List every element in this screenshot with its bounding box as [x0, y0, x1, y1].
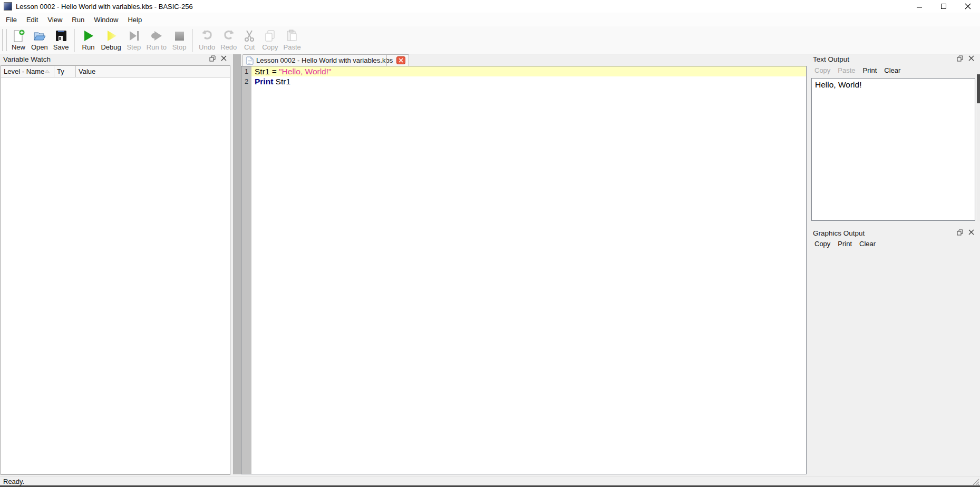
- toolbar-button-cut[interactable]: Cut: [239, 28, 259, 52]
- menu-file[interactable]: File: [1, 14, 22, 26]
- text-output-content[interactable]: Hello, World!: [811, 78, 975, 221]
- text-output-panel: Text Output Copy Paste Print Clear Hello…: [810, 54, 980, 221]
- close-panel-icon: [968, 55, 974, 61]
- float-panel-icon: [957, 55, 963, 62]
- code-editor[interactable]: 1 2 Str1 = "Hello, World!" Print Str1: [241, 66, 807, 474]
- text-output-copy-button[interactable]: Copy: [814, 66, 830, 74]
- window-controls: [907, 0, 980, 13]
- text-output-title: Text Output: [813, 55, 849, 63]
- column-header-level-name[interactable]: Level - Name: [1, 66, 54, 77]
- toolbar-label: Run: [82, 43, 95, 51]
- minimize-button[interactable]: [907, 0, 932, 13]
- text-output-scrollbar[interactable]: [977, 70, 980, 221]
- editor-tab-label: Lesson 0002 - Hello World with variables…: [256, 56, 393, 64]
- toolbar-button-redo[interactable]: Redo: [218, 28, 239, 52]
- resize-grip[interactable]: [971, 477, 979, 485]
- toolbar-drag-handle[interactable]: [2, 29, 7, 51]
- toolbar-button-step[interactable]: Step: [124, 28, 144, 52]
- toolbar-label: Debug: [101, 43, 121, 51]
- graphics-output-controls: [957, 229, 974, 236]
- graphics-output-toolbar: Copy Print Clear: [814, 240, 876, 248]
- toolbar-button-copy[interactable]: Copy: [259, 28, 280, 52]
- code-area[interactable]: Str1 = "Hello, World!" Print Str1: [251, 66, 806, 474]
- close-panel-button[interactable]: [221, 55, 227, 62]
- window-title: Lesson 0002 - Hello World with variables…: [16, 3, 193, 11]
- toolbar-button-run-to[interactable]: Run to: [144, 28, 169, 52]
- toolbar-button-open[interactable]: Open: [28, 28, 51, 52]
- menu-view[interactable]: View: [43, 14, 67, 26]
- toolbar-button-run[interactable]: Run: [78, 28, 98, 52]
- new-file-icon: [11, 28, 26, 43]
- toolbar-label: Run to: [147, 43, 167, 51]
- text-output-print-button[interactable]: Print: [863, 66, 877, 74]
- graphics-output-title: Graphics Output: [813, 229, 865, 237]
- tab-close-button[interactable]: [396, 56, 405, 64]
- status-bar: Ready.: [0, 476, 980, 485]
- graphics-output-clear-button[interactable]: Clear: [859, 240, 876, 248]
- menu-window[interactable]: Window: [89, 14, 123, 26]
- graphics-output-panel: Graphics Output Copy Print Clear: [810, 228, 980, 476]
- code-token: Str1 =: [255, 67, 279, 76]
- vertical-splitter[interactable]: [234, 54, 241, 474]
- toolbar-button-paste[interactable]: Paste: [281, 28, 304, 52]
- close-panel-button[interactable]: [968, 55, 974, 62]
- toolbar-label: Save: [53, 43, 69, 51]
- menu-help[interactable]: Help: [123, 14, 147, 26]
- toolbar-button-debug[interactable]: Debug: [98, 28, 123, 52]
- graphics-output-copy-button[interactable]: Copy: [814, 240, 830, 248]
- menu-edit[interactable]: Edit: [22, 14, 43, 26]
- save-floppy-icon: [54, 28, 69, 43]
- toolbar-label: Redo: [220, 43, 237, 51]
- graphics-output-print-button[interactable]: Print: [838, 240, 852, 248]
- text-output-controls: [957, 55, 974, 62]
- float-panel-button[interactable]: [957, 229, 963, 236]
- close-panel-icon: [968, 229, 974, 235]
- code-token-keyword: Print: [255, 77, 273, 86]
- toolbar-separator: [74, 29, 75, 52]
- tab-bar-divider: [386, 55, 387, 66]
- toolbar-button-save[interactable]: Save: [51, 28, 72, 52]
- text-output-clear-button[interactable]: Clear: [884, 66, 900, 74]
- toolbar-label: Step: [127, 43, 141, 51]
- title-bar: Lesson 0002 - Hello World with variables…: [0, 0, 980, 13]
- toolbar-label: Cut: [244, 43, 255, 51]
- column-header-value[interactable]: Value: [76, 66, 230, 77]
- toolbar-label: Copy: [262, 43, 278, 51]
- menu-bar: File Edit View Run Window Help: [0, 13, 980, 26]
- maximize-icon: [940, 3, 947, 9]
- scrollbar-thumb[interactable]: [977, 74, 980, 103]
- run-icon: [81, 28, 95, 43]
- toolbar-label: Open: [31, 43, 48, 51]
- text-output-paste-button[interactable]: Paste: [838, 66, 855, 74]
- variable-watch-table: Level - Name Ty Value: [1, 65, 230, 475]
- toolbar-button-undo[interactable]: Undo: [196, 28, 218, 52]
- close-panel-button[interactable]: [968, 229, 974, 236]
- open-folder-icon: [32, 28, 47, 43]
- toolbar-button-new[interactable]: New: [8, 28, 28, 52]
- run-to-icon: [149, 28, 164, 43]
- app-icon: [4, 2, 12, 11]
- maximize-button[interactable]: [932, 0, 956, 13]
- close-icon: [965, 3, 971, 9]
- line-number-gutter: 1 2: [241, 66, 251, 474]
- toolbar-button-stop[interactable]: Stop: [169, 28, 189, 52]
- tab-close-icon: [399, 58, 403, 63]
- variable-watch-body[interactable]: [1, 77, 230, 474]
- status-message: Ready.: [3, 478, 24, 485]
- close-button[interactable]: [956, 0, 980, 13]
- variable-watch-panel: Variable Watch Level - Name Ty Value: [0, 54, 234, 476]
- undo-icon: [200, 28, 215, 43]
- float-panel-button[interactable]: [209, 55, 216, 62]
- float-panel-button[interactable]: [957, 55, 963, 62]
- code-line: Str1 = "Hello, World!": [251, 66, 806, 76]
- dock-gap: [807, 54, 810, 476]
- cut-icon: [242, 28, 257, 43]
- text-output-toolbar: Copy Paste Print Clear: [814, 66, 900, 74]
- editor-tab[interactable]: Lesson 0002 - Hello World with variables…: [242, 54, 409, 66]
- editor-tab-bar: Lesson 0002 - Hello World with variables…: [241, 54, 807, 66]
- column-header-type[interactable]: Ty: [54, 66, 76, 77]
- menu-run[interactable]: Run: [67, 14, 89, 26]
- debug-icon: [104, 28, 119, 43]
- paste-icon: [285, 28, 299, 43]
- stop-icon: [172, 28, 187, 43]
